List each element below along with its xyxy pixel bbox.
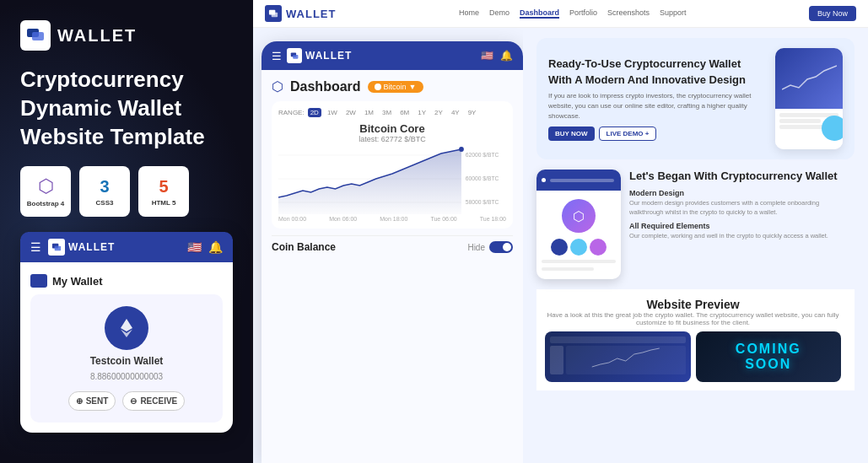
thumb-sidebar	[550, 346, 563, 374]
coming-line1: COMING	[736, 342, 801, 356]
x-label-2: Mon 18:00	[380, 216, 407, 222]
dash-title-text: Dashboard	[290, 79, 361, 94]
wallet-coin-name: Testcoin Wallet	[90, 355, 164, 367]
sent-icon: ⊕	[76, 396, 83, 406]
preview-subtitle: Have a look at this the great job the cr…	[545, 311, 841, 326]
phone2-small-circles	[542, 239, 616, 256]
range-4y[interactable]: 4Y	[449, 108, 462, 117]
buy-now-button[interactable]: BUY NOW	[548, 127, 595, 141]
feature-item-1: Modern Design Our modern design provides…	[629, 189, 855, 217]
sent-label: SENT	[86, 396, 109, 406]
wallet-address: 8.88600000000003	[90, 372, 163, 381]
dash-flag-icon: 🇺🇸	[481, 50, 493, 62]
coming-line2: SOON	[745, 357, 791, 371]
svg-rect-9	[293, 54, 298, 58]
x-label-4: Tue 18:00	[480, 216, 506, 222]
svg-text:60000 $/BTC: 60000 $/BTC	[466, 175, 499, 181]
wallet-card-preview: ☰ WALLET 🇺🇸 🔔 My Wallet	[20, 232, 233, 433]
nav-brand-text: WALLET	[286, 8, 336, 20]
buy-now-nav-button[interactable]: Buy Now	[809, 6, 856, 21]
range-2d[interactable]: 2D	[308, 108, 321, 117]
x-label-1: Mon 06:00	[329, 216, 357, 222]
circle-blue	[551, 239, 568, 256]
dash-logo-box	[287, 48, 302, 63]
range-1w[interactable]: 1W	[325, 108, 340, 117]
center-and-right: ☰ WALLET 🇺🇸 🔔	[253, 28, 868, 463]
preview-thumb-dark	[545, 331, 691, 382]
nav-brand: WALLET	[265, 5, 336, 22]
receive-button[interactable]: ⊖ RECEIVE	[122, 391, 185, 411]
nav-demo[interactable]: Demo	[489, 8, 509, 19]
wallet-header-right: 🇺🇸 🔔	[187, 240, 223, 254]
range-6m[interactable]: 6M	[397, 108, 412, 117]
hero-title: Cryptocurrency Dynamic Wallet Website Te…	[20, 66, 233, 151]
coin-balance-title: Coin Balance	[272, 241, 336, 253]
phone-mockup-2: ⬡	[536, 170, 621, 279]
badge-css-label: CSS3	[96, 199, 114, 207]
accent-circle	[822, 116, 843, 141]
hamburger-icon: ☰	[30, 240, 41, 254]
svg-rect-7	[271, 12, 277, 17]
dash-header: ☰ WALLET 🇺🇸 🔔	[261, 41, 523, 70]
live-demo-button[interactable]: LIVE DEMO +	[599, 127, 657, 141]
receive-label: RECEIVE	[140, 396, 177, 406]
dash-title-row: ⬡ Dashboard Bitcoin ▼	[272, 78, 513, 94]
dash-header-left: ☰ WALLET	[272, 48, 352, 63]
nav-portfolio[interactable]: Portfolio	[569, 8, 597, 19]
nav-support[interactable]: Support	[660, 8, 687, 19]
wallet-header-left: ☰ WALLET	[30, 239, 115, 256]
brand-logo: WALLET	[20, 20, 233, 51]
sent-button[interactable]: ⊕ SENT	[68, 391, 116, 411]
thumb-main	[566, 346, 686, 374]
badge-bootstrap-label: Bootstrap 4	[27, 200, 64, 207]
range-2w[interactable]: 2W	[343, 108, 359, 117]
left-panel: WALLET Cryptocurrency Dynamic Wallet Web…	[0, 0, 253, 463]
wallet-header-brand: WALLET	[68, 241, 115, 253]
feature-desc-1: Our modern design provides customers wit…	[629, 199, 855, 217]
css3-icon: 3	[100, 177, 109, 197]
right-top-buttons: BUY NOW LIVE DEMO +	[548, 127, 765, 141]
dash-brand: WALLET	[287, 48, 352, 63]
phone2-main-circle: ⬡	[562, 199, 596, 233]
range-label: RANGE:	[278, 109, 305, 116]
badge-css: 3 CSS3	[79, 166, 130, 217]
chart-svg: 62000 $/BTC 60000 $/BTC 58000 $/BTC	[278, 147, 506, 214]
nav-home[interactable]: Home	[459, 8, 479, 19]
feature-item-2: All Required Elements Our complete, work…	[629, 222, 855, 241]
right-top-text: Ready-To-Use Cryptocurrency Wallet With …	[548, 57, 765, 140]
bell-icon: 🔔	[208, 240, 223, 254]
svg-point-16	[459, 147, 464, 152]
chart-range-row: RANGE: 2D 1W 2W 1M 3M 6M 1Y 2Y 4Y 9Y	[278, 108, 506, 117]
my-wallet-text: My Wallet	[52, 275, 102, 288]
range-9y[interactable]: 9Y	[466, 108, 479, 117]
phone-mockup-1	[775, 48, 843, 149]
btc-label: Bitcoin	[384, 83, 407, 91]
nav-dashboard[interactable]: Dashboard	[520, 8, 559, 19]
brand-icon	[20, 20, 51, 51]
right-top-title: Ready-To-Use Cryptocurrency Wallet With …	[548, 57, 765, 87]
dashboard-icon: ⬡	[272, 78, 283, 94]
range-2y[interactable]: 2Y	[432, 108, 445, 117]
thumb-header-bar	[550, 336, 686, 343]
range-1y[interactable]: 1Y	[415, 108, 429, 117]
chart-x-labels: Mon 00:00 Mon 06:00 Mon 18:00 Tue 06:00 …	[278, 216, 506, 222]
range-1m[interactable]: 1M	[362, 108, 376, 117]
eth-circle	[105, 306, 148, 350]
preview-title: Website Preview	[545, 298, 841, 311]
feature-title-2: All Required Elements	[629, 222, 855, 230]
range-3m[interactable]: 3M	[380, 108, 394, 117]
btc-chevron-icon: ▼	[409, 83, 417, 91]
right-middle-title: Let's Began With Cryptocurrency Wallet	[629, 170, 855, 182]
wallet-actions: ⊕ SENT ⊖ RECEIVE	[68, 391, 186, 411]
svg-rect-1	[32, 32, 44, 40]
feature-title-1: Modern Design	[629, 189, 855, 197]
dash-bell-icon: 🔔	[500, 50, 513, 62]
nav-screenshots[interactable]: Screenshots	[607, 8, 650, 19]
dash-header-right: 🇺🇸 🔔	[481, 50, 513, 62]
feature-desc-2: Our complete, working and well in the cr…	[629, 232, 855, 241]
thumb-body-area	[550, 346, 686, 374]
badge-bootstrap: ⬡ Bootstrap 4	[20, 166, 71, 217]
hide-label: Hide	[467, 243, 485, 252]
badge-html: 5 HTML 5	[138, 166, 189, 217]
toggle-switch[interactable]	[489, 241, 513, 253]
